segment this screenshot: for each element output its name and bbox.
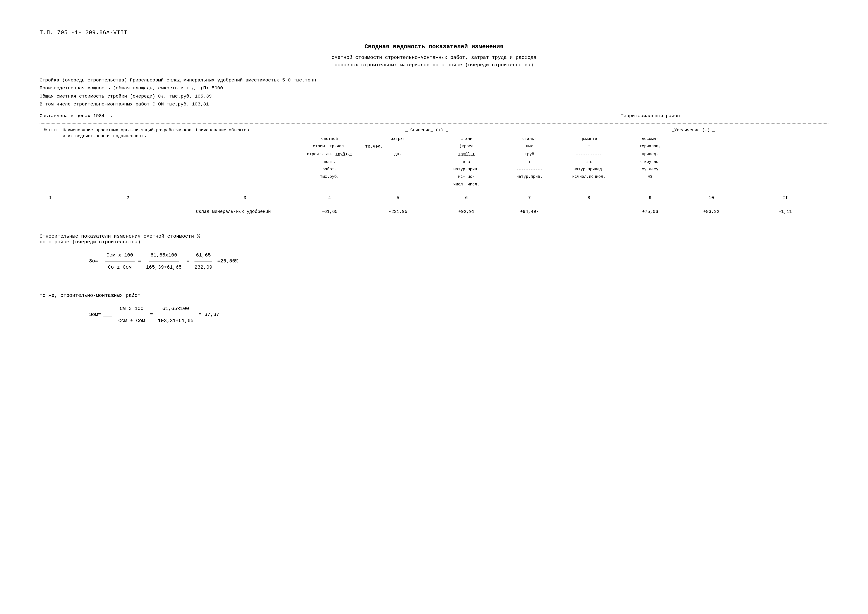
uvel-header-cell: _Увеличение (-) _ [558, 126, 828, 135]
col-header-natupr: натур.прив. [432, 166, 501, 173]
col-header-mont: монт. [295, 158, 364, 166]
col-header-mu: му лесу [620, 166, 681, 173]
dashed-separator-row [40, 188, 828, 193]
col-num-4: 4 [295, 193, 364, 202]
data-col11: +1,11 [742, 208, 828, 216]
dashed-sep [40, 191, 828, 191]
data-obj: Склад минераль-ных удобрений [194, 208, 295, 216]
header-right: II [121, 30, 127, 36]
col-header-t: т [501, 158, 558, 166]
data-col7: +94,49- [501, 208, 558, 216]
col-num-3: 3 [194, 193, 295, 202]
col-header-trud: тр.чел. [364, 143, 432, 151]
table-header-row6: работ, натур.прив. ----------- натур.при… [40, 166, 828, 173]
table-header-row7: тыс.руб. ис- ис- натур.прив. исчиол.исчи… [40, 173, 828, 180]
col-num-8: 8 [558, 193, 619, 202]
col-header-stroitmont: строит. дн. труб),т [295, 151, 364, 158]
dashed-sep2 [40, 205, 828, 205]
data-num [40, 208, 61, 216]
table-data-row: Склад минераль-ных удобрений +61,65 -231… [40, 208, 828, 216]
col-header-zatrat: затрат [364, 135, 432, 143]
col-header-cement2: т [558, 143, 619, 151]
formula-zo-label: Зо= [89, 256, 98, 267]
col-header-ischisl2: исчиол.исчиол. [558, 173, 619, 180]
col-header-leso1: лесома- [620, 135, 681, 143]
frac-zom2-den: 103,31+61,65 [157, 315, 195, 326]
header-left: Т.П. 705 -1- 209.86 [40, 30, 106, 36]
col-header-cement3: ----------- [558, 151, 619, 158]
col-header-name: Наименование проектных орга-ни-заций-раз… [61, 126, 194, 166]
eq-zom-1: = [150, 309, 153, 320]
col-header-stali2: (кроме [432, 143, 501, 151]
col-header-num: № п.п [40, 126, 61, 166]
sub-title-2: основных строительных материалов по стро… [40, 61, 828, 69]
col-header-ischio1: ис- ис- [432, 173, 501, 180]
col-header-rabot: работ, [295, 166, 364, 173]
table-header-row1: № п.п Наименование проектных орга-ни-зац… [40, 126, 828, 135]
col-header-dn: дн. [364, 151, 432, 158]
frac3-num: 61,65 [194, 250, 212, 261]
frac-zom2-num: 61,65x100 [161, 303, 191, 315]
data-col6: +92,91 [432, 208, 501, 216]
header-middle: А-VI [106, 30, 121, 36]
eq-zom-2: = 37,37 [198, 309, 219, 320]
territory-label: Территориальный район [621, 113, 680, 118]
col-header-stalnyh3: труб [501, 151, 558, 158]
col-header-tysrub: тыс.руб. [295, 173, 364, 180]
formula-zom-row: Зом= ___ См x 100 Ссм ± Сом = 61,65x100 … [89, 303, 828, 326]
frac-zom1-den: Ссм ± Сом [117, 315, 146, 326]
col-header-stali1: стали [432, 135, 501, 143]
table-header-row8: чиол. числ. [40, 181, 828, 188]
col-num-11: II [742, 193, 828, 202]
main-title: Сводная ведомость показателей изменения [40, 44, 828, 50]
info-section: Стройка (очередь строительства) Прирельс… [40, 76, 828, 108]
col-header-v2: в в [558, 158, 619, 166]
col-header-stalnyh1: сталь- [501, 135, 558, 143]
eq3: =26,56% [217, 256, 238, 267]
dashed-separator-row2 [40, 202, 828, 208]
frac-zom1-num: См x 100 [118, 303, 145, 315]
formula-zo-row: Зо= Ссм x 100 Со ± Сом = 61,65x100 165,3… [89, 250, 828, 273]
col-header-krug: к кругло- [620, 158, 681, 166]
col-num-10: 10 [681, 193, 742, 202]
title-section: Сводная ведомость показателей изменения … [40, 44, 828, 69]
formula-zo-section: Зо= Ссм x 100 Со ± Сом = 61,65x100 165,3… [89, 250, 828, 273]
data-col9: +75,06 [620, 208, 681, 216]
fraction-zom-1: См x 100 Ссм ± Сом [117, 303, 146, 326]
fraction-2: 61,65x100 165,39+61,65 [144, 250, 183, 273]
col-header-chisl: чиол. числ. [432, 181, 501, 188]
frac1-den: Со ± Сом [106, 261, 133, 273]
frac3-den: 232,09 [193, 261, 214, 273]
data-col8 [558, 208, 619, 216]
col-header-stali3: труб),т [432, 151, 501, 158]
fraction-3: 61,65 232,09 [193, 250, 214, 273]
col-header-cement1: цемента [558, 135, 619, 143]
col-header-natpriv3: натур.прив. [501, 173, 558, 180]
frac2-num: 61,65x100 [149, 250, 179, 261]
col-header-leso2: териалов, [620, 143, 681, 151]
sub-title-1: сметной стоимости строительно-монтажных … [40, 54, 828, 61]
data-name [61, 208, 194, 216]
col-num-2: 2 [61, 193, 194, 202]
col-header-leso3: привед. [620, 151, 681, 158]
info-line1: Стройка (очередь строительства) Прирельс… [40, 76, 828, 84]
col-num-7: 7 [501, 193, 558, 202]
info-line4: В том числе строительно-монтажных работ … [40, 100, 828, 108]
tozhe-label: то же, строительно-монтажных работ [40, 293, 828, 298]
col-header-stoim: стоим. тр.чел. [295, 143, 364, 151]
col-header-m3: м3 [620, 173, 681, 180]
relative-heading: Относительные показатели изменения сметн… [40, 233, 828, 245]
col-numbers-row: I 2 3 4 5 6 7 8 9 10 II [40, 193, 828, 202]
col-num-1: I [40, 193, 61, 202]
col-header-stalnyh4: ----------- [501, 166, 558, 173]
page: Т.П. 705 -1- 209.86 А-VI II Сводная ведо… [40, 30, 828, 326]
frac1-num: Ссм x 100 [105, 250, 135, 261]
formula-zom-section: Зом= ___ См x 100 Ссм ± Сом = 61,65x100 … [89, 303, 828, 326]
eq1: = [138, 256, 141, 267]
data-col10: +83,32 [681, 208, 742, 216]
data-col5: -231,95 [364, 208, 432, 216]
frac2-den: 165,39+61,65 [144, 261, 183, 273]
col-header-obj: Наименование объектов [194, 126, 295, 166]
snizh-header-text: _ Снижение_ (+) _ [405, 127, 448, 134]
col-header-smetnoy: сметной [295, 135, 364, 143]
